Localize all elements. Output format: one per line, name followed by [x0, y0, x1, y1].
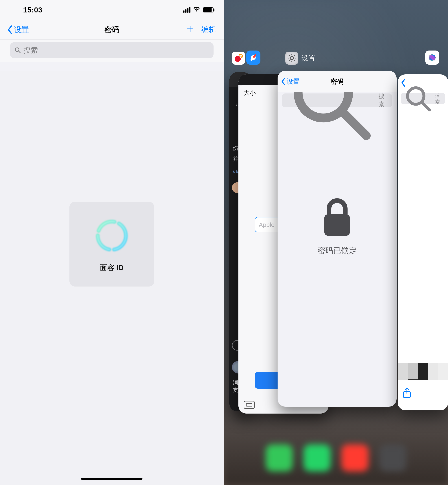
- weibo-app-icon: [232, 52, 245, 65]
- add-button[interactable]: [186, 25, 194, 35]
- app-card-photos[interactable]: 搜索: [398, 74, 448, 410]
- size-label: 大小: [243, 89, 256, 97]
- apple-id-placeholder: Apple I: [259, 221, 278, 228]
- status-icons: [183, 7, 214, 13]
- nav-bar: 设置 密码 编辑: [0, 20, 224, 40]
- settings-app-title: 设置: [302, 54, 315, 63]
- edit-button[interactable]: 编辑: [201, 25, 216, 35]
- share-button[interactable]: [402, 387, 411, 399]
- status-bar: 15:03: [0, 0, 224, 20]
- faceid-label: 面容 ID: [100, 263, 124, 273]
- search-placeholder: 搜索: [379, 92, 389, 108]
- search-input[interactable]: 搜索: [401, 93, 445, 104]
- weibo-bottom2: 支: [233, 387, 238, 394]
- svg-point-3: [235, 56, 240, 62]
- back-button[interactable]: 设置: [7, 25, 29, 35]
- search-icon: [403, 84, 433, 113]
- app-card-header-weibo: [232, 52, 245, 65]
- search-placeholder: 搜索: [435, 92, 442, 105]
- weibo-line1: 伤: [233, 144, 238, 152]
- settings-app-icon: [285, 52, 298, 65]
- back-label: 设置: [287, 77, 300, 86]
- faceid-icon: [92, 216, 132, 256]
- svg-point-4: [290, 57, 293, 60]
- page-title: 密码: [331, 77, 344, 86]
- page-title: 密码: [104, 25, 120, 35]
- search-wrap: 搜索: [0, 40, 224, 62]
- left-screenshot: 15:03 设置 密码 编辑 搜索: [0, 0, 224, 485]
- home-indicator[interactable]: [81, 478, 143, 480]
- wifi-icon: [193, 7, 200, 13]
- search-input[interactable]: 搜索: [282, 93, 392, 107]
- search-placeholder: 搜索: [24, 45, 38, 55]
- back-button[interactable]: 设置: [281, 77, 300, 86]
- svg-rect-14: [324, 214, 350, 236]
- locked-text: 密码已锁定: [278, 245, 397, 256]
- faceid-prompt[interactable]: 面容 ID: [69, 202, 154, 287]
- plus-icon: [186, 25, 194, 33]
- locked-state: 密码已锁定: [278, 197, 397, 256]
- photos-app-icon: [425, 50, 439, 65]
- app-card-settings-passwords[interactable]: 设置 密码 搜索 密码已锁定: [278, 71, 397, 407]
- thumbnail-strip[interactable]: [398, 363, 448, 380]
- card3-nav: 设置 密码: [278, 71, 397, 92]
- body: 面容 ID: [0, 72, 224, 485]
- keyboard-icon: [244, 401, 255, 409]
- lock-icon: [320, 197, 354, 239]
- right-screenshot-app-switcher: 设置 〈我 伤 并 #M 消息 支: [224, 0, 448, 485]
- dock-blur: [224, 431, 448, 485]
- svg-point-2: [98, 222, 126, 250]
- search-icon: [15, 47, 21, 53]
- chevron-left-icon: [281, 78, 286, 85]
- battery-icon: [203, 8, 214, 12]
- safari-app-icon: [246, 50, 260, 65]
- weibo-line2: 并: [233, 155, 238, 163]
- status-time: 15:03: [23, 6, 42, 14]
- cellular-icon: [183, 7, 191, 13]
- chevron-left-icon: [7, 25, 13, 34]
- app-card-header-settings: 设置: [285, 52, 315, 65]
- search-input[interactable]: 搜索: [10, 42, 214, 58]
- back-label: 设置: [14, 25, 29, 35]
- share-icon: [402, 387, 411, 399]
